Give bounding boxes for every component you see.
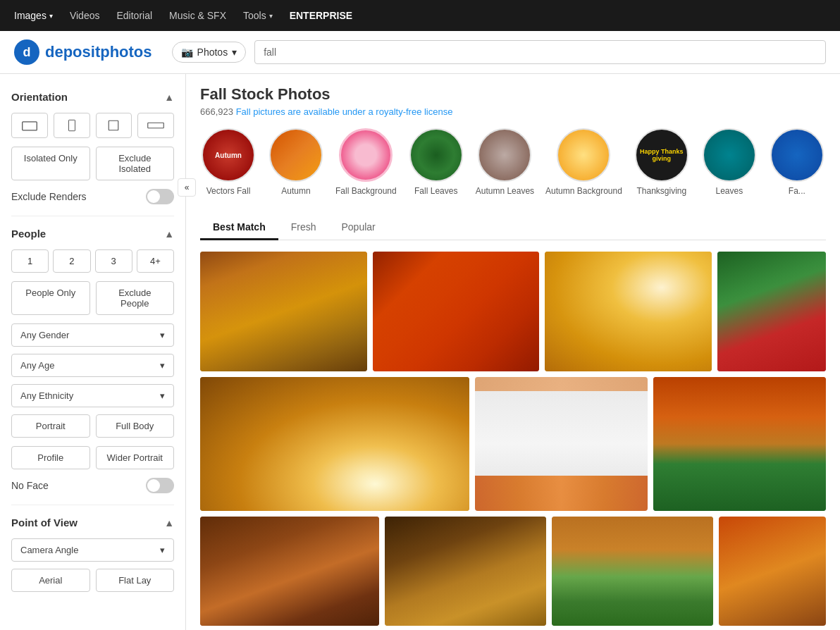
sidebar: Orientation ▲	[0, 74, 186, 630]
image-card[interactable]	[719, 517, 826, 626]
orientation-title: Orientation	[11, 91, 68, 103]
collapse-sidebar-button[interactable]: «	[178, 178, 196, 197]
full-body-button[interactable]: Full Body	[96, 414, 175, 438]
exclude-isolated-button[interactable]: Exclude Isolated	[96, 147, 175, 180]
sort-tab-popular[interactable]: Popular	[328, 216, 388, 240]
tools-chevron-icon: ▾	[269, 12, 273, 20]
image-card[interactable]	[200, 377, 469, 511]
nav-item-enterprise[interactable]: ENTERPRISE	[290, 10, 352, 21]
image-card[interactable]	[475, 377, 648, 511]
count-1-button[interactable]: 1	[11, 249, 49, 273]
category-thanksgiving[interactable]: Happy Thanks giving Thanksgiving	[634, 128, 690, 196]
search-input[interactable]: fall	[254, 40, 826, 64]
svg-rect-3	[148, 123, 164, 128]
page-title: Fall Stock Photos	[200, 85, 826, 104]
age-chevron-icon: ▾	[160, 360, 165, 371]
camera-icon: 📷	[181, 47, 193, 58]
category-autumn[interactable]: Autumn	[268, 128, 324, 196]
nav-item-images[interactable]: Images ▾	[14, 10, 53, 21]
svg-rect-1	[68, 120, 75, 130]
content-area: Fall Stock Photos 666,923 Fall pictures …	[186, 74, 840, 630]
category-label: Autumn Background	[545, 186, 622, 196]
age-dropdown[interactable]: Any Age ▾	[11, 354, 174, 377]
images-chevron-icon: ▾	[49, 12, 53, 20]
people-only-button[interactable]: People Only	[11, 281, 90, 315]
logo-text: depositphotos	[45, 43, 152, 61]
image-card[interactable]	[385, 517, 546, 626]
orient-panoramic-button[interactable]	[137, 113, 174, 138]
category-fall-leaves[interactable]: Fall Leaves	[408, 128, 464, 196]
ethnicity-chevron-icon: ▾	[160, 390, 165, 401]
no-face-row: No Face	[11, 478, 174, 505]
category-label: Fall Background	[335, 186, 397, 196]
category-label: Thanksgiving	[636, 186, 686, 196]
category-fall-background[interactable]: Fall Background	[335, 128, 397, 196]
image-card[interactable]	[653, 377, 826, 511]
orientation-buttons	[11, 113, 174, 138]
gender-dropdown[interactable]: Any Gender ▾	[11, 323, 174, 347]
isolation-buttons: Isolated Only Exclude Isolated	[11, 147, 174, 180]
category-label: Leaves	[715, 186, 743, 196]
category-autumn-background[interactable]: Autumn Background	[545, 128, 622, 196]
pov-title: Point of View	[11, 517, 78, 529]
flat-lay-button[interactable]: Flat Lay	[96, 569, 175, 592]
image-card[interactable]	[552, 517, 713, 626]
orientation-section-header: Orientation ▲	[11, 91, 174, 103]
people-collapse-icon[interactable]: ▲	[164, 228, 174, 240]
sort-tab-best-match[interactable]: Best Match	[200, 216, 278, 240]
sort-tab-fresh[interactable]: Fresh	[278, 216, 329, 240]
portrait-buttons: Portrait Full Body	[11, 414, 174, 438]
exclude-renders-label: Exclude Renders	[11, 191, 87, 202]
view-buttons: Aerial Flat Lay	[11, 569, 174, 592]
profile-button[interactable]: Profile	[11, 446, 90, 469]
chevron-left-icon: «	[185, 183, 190, 192]
category-leaves[interactable]: Leaves	[701, 128, 758, 196]
camera-angle-chevron-icon: ▾	[160, 545, 165, 555]
category-autumn-leaves[interactable]: Autumn Leaves	[476, 128, 534, 196]
image-card[interactable]	[717, 252, 826, 371]
orient-landscape-button[interactable]	[11, 113, 48, 138]
orient-portrait-button[interactable]	[54, 113, 90, 138]
count-2-button[interactable]: 2	[53, 249, 90, 273]
category-label: Fa...	[789, 186, 805, 196]
nav-item-videos[interactable]: Videos	[70, 10, 100, 21]
exclude-renders-row: Exclude Renders	[11, 189, 174, 216]
no-face-toggle[interactable]	[146, 478, 174, 493]
ethnicity-dropdown[interactable]: Any Ethnicity ▾	[11, 384, 174, 407]
top-navigation: Images ▾ Videos Editorial Music & SFX To…	[0, 0, 840, 31]
image-card[interactable]	[373, 252, 540, 371]
camera-angle-dropdown[interactable]: Camera Angle ▾	[11, 538, 174, 562]
pov-collapse-icon[interactable]: ▲	[164, 517, 174, 529]
exclude-renders-toggle[interactable]	[146, 189, 174, 204]
image-card[interactable]	[545, 252, 712, 371]
category-vectors-fall[interactable]: Autumn Vectors Fall	[200, 128, 257, 196]
image-card[interactable]	[200, 517, 379, 626]
category-label: Vectors Fall	[206, 186, 251, 196]
nav-item-music[interactable]: Music & SFX	[169, 10, 226, 21]
people-title: People	[11, 228, 46, 240]
logo-icon: d	[14, 39, 39, 65]
image-card[interactable]	[200, 252, 367, 371]
people-filter-buttons: People Only Exclude People	[11, 281, 174, 315]
profile-buttons: Profile Wider Portrait	[11, 446, 174, 469]
category-label: Autumn Leaves	[476, 186, 534, 196]
exclude-people-button[interactable]: Exclude People	[96, 281, 175, 315]
wider-portrait-button[interactable]: Wider Portrait	[96, 446, 175, 469]
pov-section-header: Point of View ▲	[11, 517, 174, 529]
count-3-button[interactable]: 3	[95, 249, 132, 273]
sort-tabs: Best Match Fresh Popular	[200, 216, 826, 240]
search-type-button[interactable]: 📷 Photos ▾	[172, 42, 247, 63]
portrait-button[interactable]: Portrait	[11, 414, 90, 438]
gender-chevron-icon: ▾	[160, 330, 165, 340]
aerial-button[interactable]: Aerial	[11, 569, 90, 592]
category-fa[interactable]: Fa...	[769, 128, 825, 196]
nav-item-editorial[interactable]: Editorial	[116, 10, 152, 21]
category-label: Fall Leaves	[414, 186, 457, 196]
svg-rect-0	[23, 122, 37, 130]
orient-square-button[interactable]	[96, 113, 132, 138]
orientation-collapse-icon[interactable]: ▲	[164, 92, 174, 103]
count-4plus-button[interactable]: 4+	[137, 249, 174, 273]
isolated-only-button[interactable]: Isolated Only	[11, 147, 90, 180]
svg-rect-2	[109, 121, 119, 130]
nav-item-tools[interactable]: Tools ▾	[243, 10, 273, 21]
